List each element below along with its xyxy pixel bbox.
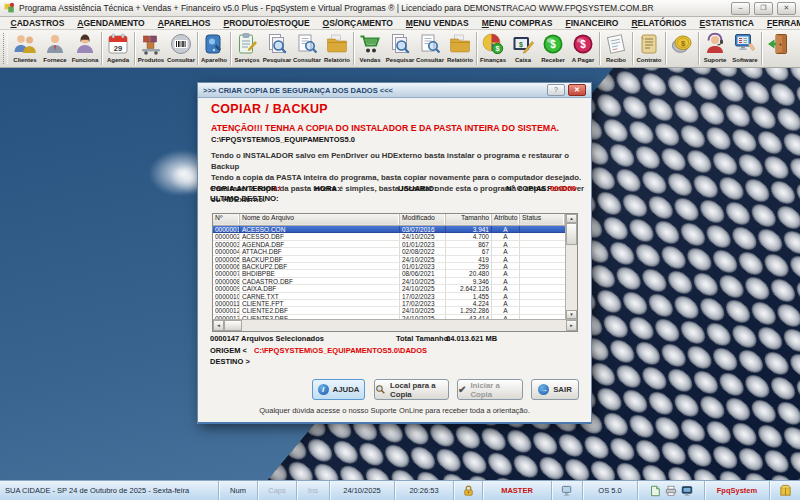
close-button[interactable]: ✕ — [777, 2, 796, 15]
col-header-attr[interactable]: Atributo — [492, 214, 520, 225]
toolbar-item-produtos[interactable]: Produtos — [136, 30, 166, 67]
cell-status — [520, 300, 565, 307]
table-row[interactable]: 0000009CAIXA.DBF24/10/20252.642.126A — [213, 285, 565, 292]
toolbar-item-aparelho[interactable]: Aparelho — [199, 30, 229, 67]
dollar-red-icon: $ — [571, 32, 595, 56]
table-row[interactable]: 0000003AGENDA.DBF01/01/2023867A — [213, 241, 565, 248]
monitor-icon[interactable] — [681, 485, 693, 497]
toolbar-item-financas[interactable]: $Finanças — [478, 30, 508, 67]
document-icon[interactable] — [649, 485, 661, 497]
toolbar-item-a-pagar[interactable]: $A Pagar — [568, 30, 598, 67]
toolbar-item-relatorio[interactable]: Relatório — [445, 30, 475, 67]
menu-item-estatistica[interactable]: ESTATISTICA — [693, 18, 760, 28]
menu-item-cadastros[interactable]: CADASTROS — [4, 18, 71, 28]
printer-icon[interactable] — [665, 485, 677, 497]
table-row[interactable]: 0000006BACKUP2.DBF01/01/2023259A — [213, 263, 565, 270]
toolbar-grip[interactable] — [3, 33, 8, 64]
search-doc-icon — [388, 32, 412, 56]
minimize-button[interactable]: – — [731, 2, 750, 15]
status-brand: FpqSystem — [705, 481, 770, 500]
col-header-name[interactable]: Nome do Arquivo — [240, 214, 400, 225]
pie-dollar-icon: $ — [481, 32, 505, 56]
col-header-nr[interactable]: Nº — [213, 214, 240, 225]
menu-item-menu-vendas[interactable]: MENU VENDAS — [399, 18, 475, 28]
cell-status — [520, 285, 565, 292]
scroll-left-button[interactable]: ◄ — [213, 320, 224, 331]
cell-attr: A — [492, 233, 520, 240]
table-row[interactable]: 0000007BHDIBPBE08/06/202120.480A — [213, 270, 565, 277]
scroll-up-button[interactable]: ▲ — [566, 214, 577, 223]
toolbar-item-consultar[interactable]: Consultar — [292, 30, 322, 67]
table-row[interactable]: 0000011CLIENTE.FPT17/02/20234.224A — [213, 300, 565, 307]
dialog-help-button[interactable]: ? — [547, 84, 565, 96]
toolbar-item-contrato[interactable]: Contrato — [634, 30, 664, 67]
cell-attr: A — [492, 263, 520, 270]
toolbar-item-clientes[interactable]: Clientes — [10, 30, 40, 67]
table-row[interactable]: 0000012CLIENTE2.DBF24/10/20251.292.286A — [213, 307, 565, 314]
toolbar-item-caixa[interactable]: $Caixa — [508, 30, 538, 67]
sair-button[interactable]: → SAIR — [531, 379, 579, 400]
status-num: Num — [219, 481, 258, 500]
toolbar-item-pesquisar[interactable]: Pesquisar — [262, 30, 292, 67]
maximize-button[interactable]: ❐ — [754, 2, 773, 15]
toolbar-item-relatorio[interactable]: Relatório — [322, 30, 352, 67]
hora-label: HORA: — [314, 184, 340, 193]
toolbar-item-consultar[interactable]: Consultar — [166, 30, 196, 67]
menu-item-ferramentas[interactable]: FERRAMENTAS — [761, 18, 800, 28]
toolbar-item-agenda[interactable]: 29Agenda — [103, 30, 133, 67]
clients-icon — [13, 32, 37, 56]
table-row[interactable]: 0000004ATTACH.DBF02/08/202267A — [213, 248, 565, 255]
cell-size: 2.642.126 — [446, 285, 492, 292]
toolbar-item-coin[interactable]: $ — [667, 30, 697, 67]
svg-text:$: $ — [550, 39, 556, 50]
v-scroll-thumb[interactable] — [566, 223, 577, 245]
col-header-size[interactable]: Tamanho — [446, 214, 492, 225]
toolbar-item-label: Agenda — [107, 56, 129, 64]
toolbar-item-suporte[interactable]: Suporte — [700, 30, 730, 67]
toolbar-item-receber[interactable]: $Receber — [538, 30, 568, 67]
table-row[interactable]: 0000002ACESSO.DBF24/10/20254.700A — [213, 233, 565, 240]
menu-item-agendamento[interactable]: AGENDAMENTO — [71, 18, 151, 28]
col-header-status[interactable]: Status — [520, 214, 565, 225]
ajuda-button[interactable]: i AJUDA — [312, 379, 365, 400]
toolbar-item-recibo[interactable]: Recibo — [601, 30, 631, 67]
toolbar-item-vendas[interactable]: Vendas — [355, 30, 385, 67]
toolbar-item-software[interactable]: Software — [730, 30, 760, 67]
toolbar-item-label: Funciona — [72, 56, 99, 64]
table-row[interactable]: 0000001ACESSO.CON03/07/20163.941A — [213, 226, 565, 233]
menu-item-financeiro[interactable]: FINANCEIRO — [559, 18, 625, 28]
table-row[interactable]: 0000010CARNE.TXT17/02/20231.455A — [213, 293, 565, 300]
toolbar-item-consultar[interactable]: Consultar — [415, 30, 445, 67]
menu-item-os-orcamento[interactable]: OS/ORÇAMENTO — [316, 18, 399, 28]
cell-attr: A — [492, 248, 520, 255]
local-copia-button[interactable]: Local para a Copia — [374, 379, 449, 400]
file-table: Nº Nome do Arquivo Modificado Tamanho At… — [212, 213, 578, 332]
status-version: OS 5.0 — [583, 481, 638, 500]
toolbar-separator — [230, 32, 231, 65]
toolbar-item-exit-door[interactable] — [763, 30, 793, 67]
menu-bar: CADASTROSAGENDAMENTOAPARELHOSPRODUTO/EST… — [0, 17, 800, 30]
cell-status — [520, 270, 565, 277]
v-scrollbar[interactable]: ▲ ▼ — [565, 214, 577, 319]
iniciar-copia-button[interactable]: ✔ Iniciar a Copia — [457, 379, 523, 400]
col-header-modified[interactable]: Modificado — [400, 214, 446, 225]
menu-item-relatorios[interactable]: RELATÓRIOS — [625, 18, 693, 28]
menu-item-produto-estoque[interactable]: PRODUTO/ESTOQUE — [217, 18, 316, 28]
scroll-down-button[interactable]: ▼ — [566, 310, 577, 319]
h-scroll-thumb[interactable] — [224, 320, 242, 331]
toolbar-item-servicos[interactable]: Serviços — [232, 30, 262, 67]
cell-nr: 0000007 — [213, 270, 240, 277]
toolbar-item-fornece[interactable]: Fornece — [40, 30, 70, 67]
dialog-title: >>> CRIAR COPIA DE SEGURANÇA DOS DADOS <… — [203, 86, 544, 95]
menu-item-aparelhos[interactable]: APARELHOS — [151, 18, 217, 28]
toolbar-item-pesquisar[interactable]: Pesquisar — [385, 30, 415, 67]
h-scrollbar[interactable]: ◄ ► — [213, 319, 577, 331]
dialog-close-button[interactable]: ✕ — [568, 84, 586, 96]
toolbar-item-funciona[interactable]: Funciona — [70, 30, 100, 67]
exit-arrow-icon: → — [538, 384, 549, 395]
toolbar-item-label: Contrato — [637, 56, 662, 64]
table-row[interactable]: 0000005BACKUP.DBF24/10/2025419A — [213, 256, 565, 263]
menu-item-menu-compras[interactable]: MENU COMPRAS — [475, 18, 559, 28]
scroll-right-button[interactable]: ► — [566, 320, 577, 331]
table-row[interactable]: 0000008CADASTRO.DBF24/10/20259.346A — [213, 278, 565, 285]
